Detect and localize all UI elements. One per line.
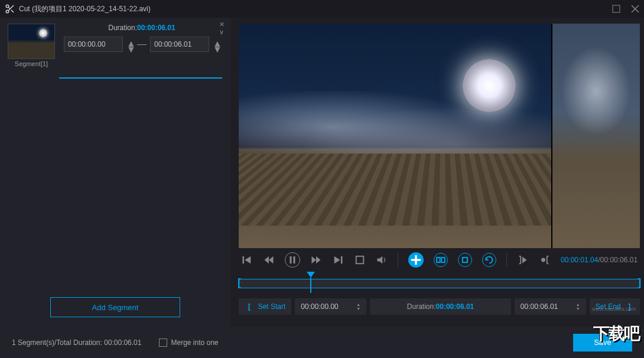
skip-end-icon[interactable] [332,254,344,266]
svg-point-26 [542,259,545,262]
segment-collapse-icon[interactable]: ∨ [219,29,225,35]
time-readout: 00:00:01.04/00:00:06.01 [561,256,638,264]
range-start-input[interactable]: 00:00:00.00 ▲▼ [295,298,366,315]
stop-icon[interactable] [354,254,366,266]
segment-thumbnail[interactable] [8,24,55,59]
range-duration: Duration:00:00:06.01 [370,298,511,315]
segment-close-icon[interactable]: ✕ [219,21,225,28]
timeline-bracket-right[interactable]: ] [638,276,641,289]
add-segment-button[interactable]: Add Segment [50,297,180,317]
spinner-icon[interactable]: ▲▼ [576,302,580,311]
set-start-button[interactable]: [ Set Start [239,298,291,315]
checkbox-icon[interactable] [159,339,167,347]
svg-rect-24 [463,258,467,262]
svg-marker-16 [334,256,340,264]
aspect-ratio-button[interactable] [434,253,448,267]
end-time-spinner[interactable]: ▲▼ [213,38,220,50]
segment-row: Segment[1] Duration:00:00:06.01 00:00:00… [0,18,230,74]
svg-marker-9 [245,256,251,264]
merge-label: Merge into one [171,339,218,347]
svg-rect-13 [294,256,295,263]
segment-duration: Duration:00:00:06.01 [64,24,220,32]
maximize-icon[interactable] [612,5,620,13]
svg-marker-19 [378,256,383,264]
undo-button[interactable] [482,253,496,267]
svg-point-1 [6,10,9,13]
mark-out-icon[interactable] [539,254,551,266]
svg-line-3 [11,10,14,12]
svg-rect-12 [290,256,292,263]
rewind-icon[interactable] [263,254,275,266]
svg-marker-25 [523,258,526,262]
bottom-bar: 1 Segment(s)/Total Duration: 00:00:06.01… [0,327,644,358]
forward-icon[interactable] [310,254,322,266]
range-end-input[interactable]: 00:00:06.01 ▲▼ [515,298,586,315]
timeline-bracket-left[interactable]: [ [238,276,241,289]
left-panel: Segment[1] Duration:00:00:06.01 00:00:00… [0,18,230,327]
window-title: Cut (我的项目1 2020-05-22_14-51-22.avi) [19,4,612,14]
watermark-text: www.xiazaiba.com [592,306,636,312]
add-marker-button[interactable] [408,252,424,268]
segment-label: Segment[1] [15,60,48,67]
volume-icon[interactable] [376,254,388,266]
svg-rect-22 [437,258,440,262]
svg-rect-18 [356,256,364,264]
svg-rect-23 [441,258,445,262]
scissors-icon [5,4,15,14]
close-icon[interactable] [631,5,639,13]
player-controls: 00:00:01.04/00:00:06.01 [239,248,640,272]
skip-start-icon[interactable] [241,254,253,266]
timeline[interactable]: [ ] [239,273,640,292]
range-dash: — [137,39,147,50]
divider [398,253,398,266]
svg-marker-10 [265,256,269,264]
svg-point-0 [6,5,9,8]
svg-rect-8 [243,256,245,264]
merge-checkbox[interactable]: Merge into one [159,339,218,347]
footer-info: 1 Segment(s)/Total Duration: 00:00:06.01 [12,339,141,347]
segment-start-input[interactable]: 00:00:00.00 [64,37,123,52]
timeline-track[interactable] [239,279,640,288]
spinner-icon[interactable]: ▲▼ [356,302,360,311]
set-range-row: [ Set Start 00:00:00.00 ▲▼ Duration:00:0… [239,298,640,315]
svg-marker-11 [269,256,274,264]
titlebar: Cut (我的项目1 2020-05-22_14-51-22.avi) [0,0,644,18]
svg-marker-15 [316,256,321,264]
svg-rect-5 [613,5,620,12]
svg-line-4 [8,7,10,9]
save-button[interactable]: Save [573,334,632,352]
pause-button[interactable] [285,252,300,268]
divider [506,253,507,266]
svg-marker-14 [312,256,317,264]
main-area: Segment[1] Duration:00:00:06.01 00:00:00… [0,18,644,327]
svg-rect-17 [341,256,343,264]
segment-end-input[interactable]: 00:00:06.01 [150,37,209,52]
start-time-spinner[interactable]: ▲▼ [126,38,134,50]
playhead[interactable] [307,272,315,278]
crop-button[interactable] [458,253,472,267]
mark-in-icon[interactable] [517,254,529,266]
right-panel: www.xiazaiba.com 00:00:01.04/00:00:06.01 [230,18,644,327]
video-preview[interactable] [239,24,640,248]
